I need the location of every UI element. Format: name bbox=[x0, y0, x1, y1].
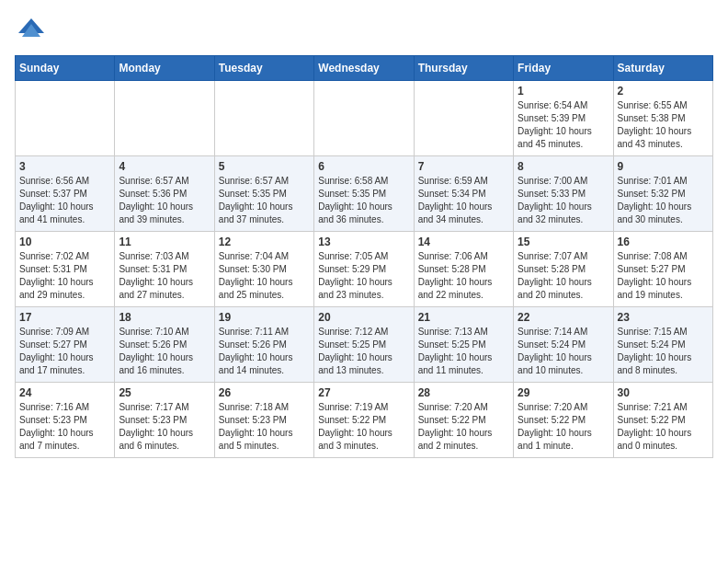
calendar-cell: 6Sunrise: 6:58 AM Sunset: 5:35 PM Daylig… bbox=[314, 156, 414, 232]
weekday-header: Monday bbox=[115, 56, 214, 81]
day-info: Sunrise: 6:57 AM Sunset: 5:35 PM Dayligh… bbox=[219, 175, 310, 226]
calendar-cell: 19Sunrise: 7:11 AM Sunset: 5:26 PM Dayli… bbox=[214, 307, 313, 383]
calendar-cell: 17Sunrise: 7:09 AM Sunset: 5:27 PM Dayli… bbox=[16, 307, 115, 383]
day-number: 30 bbox=[618, 386, 709, 399]
day-info: Sunrise: 7:15 AM Sunset: 5:24 PM Dayligh… bbox=[618, 326, 709, 377]
day-number: 25 bbox=[119, 386, 210, 399]
day-number: 15 bbox=[518, 236, 609, 248]
header-row: SundayMondayTuesdayWednesdayThursdayFrid… bbox=[16, 56, 713, 81]
day-number: 23 bbox=[618, 311, 709, 324]
day-number: 8 bbox=[518, 160, 609, 173]
calendar-cell bbox=[214, 81, 313, 156]
calendar-cell: 16Sunrise: 7:08 AM Sunset: 5:27 PM Dayli… bbox=[613, 232, 712, 307]
day-info: Sunrise: 6:59 AM Sunset: 5:34 PM Dayligh… bbox=[418, 175, 509, 226]
calendar-cell: 24Sunrise: 7:16 AM Sunset: 5:23 PM Dayli… bbox=[16, 383, 115, 458]
calendar-cell: 3Sunrise: 6:56 AM Sunset: 5:37 PM Daylig… bbox=[16, 156, 115, 232]
day-number: 9 bbox=[618, 160, 709, 173]
day-info: Sunrise: 7:06 AM Sunset: 5:28 PM Dayligh… bbox=[418, 250, 509, 302]
calendar-cell: 9Sunrise: 7:01 AM Sunset: 5:32 PM Daylig… bbox=[613, 156, 712, 232]
calendar-cell: 22Sunrise: 7:14 AM Sunset: 5:24 PM Dayli… bbox=[514, 307, 613, 383]
calendar-cell: 7Sunrise: 6:59 AM Sunset: 5:34 PM Daylig… bbox=[414, 156, 513, 232]
day-info: Sunrise: 7:00 AM Sunset: 5:33 PM Dayligh… bbox=[518, 175, 609, 226]
day-number: 3 bbox=[19, 160, 110, 173]
day-number: 19 bbox=[219, 311, 310, 324]
calendar-cell bbox=[16, 81, 115, 156]
calendar-cell: 26Sunrise: 7:18 AM Sunset: 5:23 PM Dayli… bbox=[214, 383, 313, 458]
calendar-cell: 27Sunrise: 7:19 AM Sunset: 5:22 PM Dayli… bbox=[314, 383, 414, 458]
day-number: 6 bbox=[318, 160, 409, 173]
calendar-cell: 11Sunrise: 7:03 AM Sunset: 5:31 PM Dayli… bbox=[115, 232, 214, 307]
day-number: 29 bbox=[518, 386, 609, 399]
day-number: 17 bbox=[19, 311, 110, 324]
day-info: Sunrise: 7:03 AM Sunset: 5:31 PM Dayligh… bbox=[119, 250, 210, 302]
day-info: Sunrise: 7:17 AM Sunset: 5:23 PM Dayligh… bbox=[119, 401, 210, 453]
day-number: 20 bbox=[318, 311, 409, 324]
calendar-cell bbox=[414, 81, 513, 156]
day-info: Sunrise: 6:57 AM Sunset: 5:36 PM Dayligh… bbox=[119, 175, 210, 226]
weekday-header: Friday bbox=[514, 56, 613, 81]
day-number: 22 bbox=[518, 311, 609, 324]
weekday-header: Thursday bbox=[414, 56, 513, 81]
calendar-cell: 30Sunrise: 7:21 AM Sunset: 5:22 PM Dayli… bbox=[613, 383, 712, 458]
day-info: Sunrise: 6:55 AM Sunset: 5:38 PM Dayligh… bbox=[618, 99, 709, 151]
day-number: 5 bbox=[219, 160, 310, 173]
day-number: 28 bbox=[418, 386, 509, 399]
day-info: Sunrise: 7:10 AM Sunset: 5:26 PM Dayligh… bbox=[119, 326, 210, 377]
calendar-week-row: 3Sunrise: 6:56 AM Sunset: 5:37 PM Daylig… bbox=[16, 156, 713, 232]
day-number: 18 bbox=[119, 311, 210, 324]
calendar-cell: 10Sunrise: 7:02 AM Sunset: 5:31 PM Dayli… bbox=[16, 232, 115, 307]
day-info: Sunrise: 7:16 AM Sunset: 5:23 PM Dayligh… bbox=[19, 401, 110, 453]
day-info: Sunrise: 7:05 AM Sunset: 5:29 PM Dayligh… bbox=[318, 250, 409, 302]
day-number: 10 bbox=[19, 236, 110, 248]
day-info: Sunrise: 7:20 AM Sunset: 5:22 PM Dayligh… bbox=[518, 401, 609, 453]
calendar-cell: 4Sunrise: 6:57 AM Sunset: 5:36 PM Daylig… bbox=[115, 156, 214, 232]
weekday-header: Tuesday bbox=[214, 56, 313, 81]
page-header bbox=[15, 15, 713, 48]
day-info: Sunrise: 7:21 AM Sunset: 5:22 PM Dayligh… bbox=[618, 401, 709, 453]
day-info: Sunrise: 7:01 AM Sunset: 5:32 PM Dayligh… bbox=[618, 175, 709, 226]
calendar-cell: 23Sunrise: 7:15 AM Sunset: 5:24 PM Dayli… bbox=[613, 307, 712, 383]
calendar-cell: 15Sunrise: 7:07 AM Sunset: 5:28 PM Dayli… bbox=[514, 232, 613, 307]
logo-icon bbox=[15, 15, 48, 48]
calendar-cell bbox=[314, 81, 414, 156]
day-info: Sunrise: 7:04 AM Sunset: 5:30 PM Dayligh… bbox=[219, 250, 310, 302]
calendar-cell: 12Sunrise: 7:04 AM Sunset: 5:30 PM Dayli… bbox=[214, 232, 313, 307]
day-number: 7 bbox=[418, 160, 509, 173]
day-number: 2 bbox=[618, 85, 709, 98]
day-number: 26 bbox=[219, 386, 310, 399]
calendar-cell: 21Sunrise: 7:13 AM Sunset: 5:25 PM Dayli… bbox=[414, 307, 513, 383]
calendar-cell: 2Sunrise: 6:55 AM Sunset: 5:38 PM Daylig… bbox=[613, 81, 712, 156]
day-number: 11 bbox=[119, 236, 210, 248]
day-number: 4 bbox=[119, 160, 210, 173]
calendar-cell: 28Sunrise: 7:20 AM Sunset: 5:22 PM Dayli… bbox=[414, 383, 513, 458]
calendar-cell: 25Sunrise: 7:17 AM Sunset: 5:23 PM Dayli… bbox=[115, 383, 214, 458]
calendar-week-row: 24Sunrise: 7:16 AM Sunset: 5:23 PM Dayli… bbox=[16, 383, 713, 458]
day-info: Sunrise: 7:11 AM Sunset: 5:26 PM Dayligh… bbox=[219, 326, 310, 377]
calendar-cell: 14Sunrise: 7:06 AM Sunset: 5:28 PM Dayli… bbox=[414, 232, 513, 307]
day-info: Sunrise: 7:07 AM Sunset: 5:28 PM Dayligh… bbox=[518, 250, 609, 302]
day-info: Sunrise: 7:13 AM Sunset: 5:25 PM Dayligh… bbox=[418, 326, 509, 377]
day-info: Sunrise: 7:19 AM Sunset: 5:22 PM Dayligh… bbox=[318, 401, 409, 453]
day-info: Sunrise: 7:08 AM Sunset: 5:27 PM Dayligh… bbox=[618, 250, 709, 302]
day-info: Sunrise: 7:12 AM Sunset: 5:25 PM Dayligh… bbox=[318, 326, 409, 377]
weekday-header: Sunday bbox=[16, 56, 115, 81]
day-number: 27 bbox=[318, 386, 409, 399]
day-info: Sunrise: 6:56 AM Sunset: 5:37 PM Dayligh… bbox=[19, 175, 110, 226]
day-info: Sunrise: 7:09 AM Sunset: 5:27 PM Dayligh… bbox=[19, 326, 110, 377]
day-number: 24 bbox=[19, 386, 110, 399]
calendar-cell: 13Sunrise: 7:05 AM Sunset: 5:29 PM Dayli… bbox=[314, 232, 414, 307]
day-info: Sunrise: 7:14 AM Sunset: 5:24 PM Dayligh… bbox=[518, 326, 609, 377]
day-info: Sunrise: 7:18 AM Sunset: 5:23 PM Dayligh… bbox=[219, 401, 310, 453]
calendar-cell: 20Sunrise: 7:12 AM Sunset: 5:25 PM Dayli… bbox=[314, 307, 414, 383]
calendar-cell: 29Sunrise: 7:20 AM Sunset: 5:22 PM Dayli… bbox=[514, 383, 613, 458]
logo bbox=[15, 15, 53, 48]
day-number: 12 bbox=[219, 236, 310, 248]
calendar-table: SundayMondayTuesdayWednesdayThursdayFrid… bbox=[15, 55, 713, 458]
calendar-week-row: 17Sunrise: 7:09 AM Sunset: 5:27 PM Dayli… bbox=[16, 307, 713, 383]
day-number: 21 bbox=[418, 311, 509, 324]
calendar-cell bbox=[115, 81, 214, 156]
calendar-cell: 8Sunrise: 7:00 AM Sunset: 5:33 PM Daylig… bbox=[514, 156, 613, 232]
calendar-cell: 18Sunrise: 7:10 AM Sunset: 5:26 PM Dayli… bbox=[115, 307, 214, 383]
calendar-cell: 1Sunrise: 6:54 AM Sunset: 5:39 PM Daylig… bbox=[514, 81, 613, 156]
calendar-week-row: 1Sunrise: 6:54 AM Sunset: 5:39 PM Daylig… bbox=[16, 81, 713, 156]
